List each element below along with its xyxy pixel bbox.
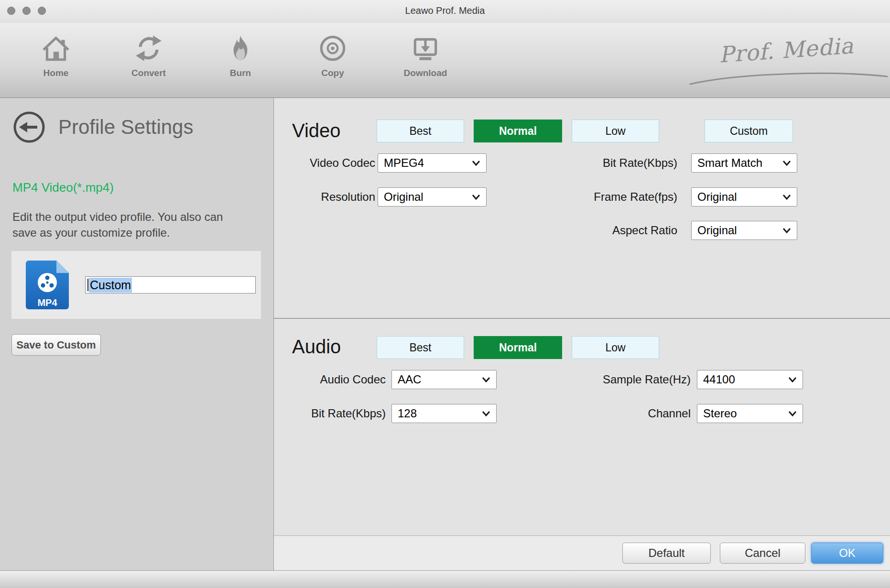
video-quality-best-button[interactable]: Best — [377, 120, 464, 142]
video-codec-select[interactable]: MPEG4 — [378, 153, 487, 173]
toolbar-item-burn[interactable]: Burn — [211, 33, 270, 78]
profile-name-input[interactable]: Custom — [85, 276, 256, 294]
chevron-down-icon — [788, 377, 797, 382]
profile-description-line2: save as your customize profile. — [12, 225, 223, 240]
video-bitrate-value: Smart Match — [697, 156, 762, 170]
main-toolbar: Home Convert Burn — [0, 23, 890, 98]
sample-rate-value: 44100 — [703, 373, 735, 386]
frame-rate-label: Frame Rate(fps) — [542, 187, 677, 207]
aspect-ratio-value: Original — [697, 224, 737, 237]
profile-card: MP4 Custom — [11, 251, 261, 319]
sidebar-header: Profile Settings — [12, 110, 193, 144]
frame-rate-value: Original — [697, 190, 737, 204]
channel-label: Channel — [542, 404, 691, 423]
page-title: Profile Settings — [58, 116, 193, 139]
profile-description-line1: Edit the output video profile. You also … — [12, 209, 223, 225]
action-bar: Default Cancel OK — [274, 535, 890, 570]
convert-icon — [134, 33, 163, 65]
section-divider — [274, 318, 890, 319]
default-button[interactable]: Default — [622, 543, 711, 564]
ok-button[interactable]: OK — [811, 543, 883, 564]
audio-quality-normal-button[interactable]: Normal — [474, 336, 562, 359]
toolbar-item-convert[interactable]: Convert — [119, 33, 178, 78]
disc-icon — [318, 33, 347, 65]
back-button[interactable] — [12, 110, 46, 144]
chevron-down-icon — [782, 228, 791, 233]
chevron-down-icon — [482, 377, 490, 382]
video-codec-label: Video Codec — [274, 153, 375, 173]
audio-bitrate-select[interactable]: 128 — [391, 404, 497, 423]
video-bitrate-select[interactable]: Smart Match — [691, 153, 797, 173]
audio-bitrate-label: Bit Rate(Kbps) — [274, 404, 386, 423]
profile-description: Edit the output video profile. You also … — [12, 209, 223, 240]
profile-name-input-value: Custom — [89, 278, 132, 293]
chevron-down-icon — [472, 160, 480, 166]
toolbar-item-copy[interactable]: Copy — [303, 33, 362, 78]
sample-rate-label: Sample Rate(Hz) — [542, 370, 691, 389]
chevron-down-icon — [782, 160, 791, 166]
brand-logo: Prof. Media — [695, 31, 878, 69]
app-window: Leawo Prof. Media Home — [0, 0, 890, 588]
window-bottom-strip — [0, 570, 890, 588]
toolbar-label-home: Home — [43, 68, 69, 78]
channel-select[interactable]: Stereo — [697, 404, 803, 423]
burn-icon — [226, 33, 255, 65]
chevron-down-icon — [788, 411, 797, 416]
video-quality-custom-button[interactable]: Custom — [705, 120, 793, 142]
toolbar-item-download[interactable]: Download — [396, 33, 455, 78]
audio-quality-low-button[interactable]: Low — [572, 336, 659, 359]
resolution-value: Original — [384, 190, 423, 204]
audio-codec-select[interactable]: AAC — [391, 370, 497, 389]
format-badge: MP4 — [37, 297, 57, 308]
download-icon — [411, 33, 440, 65]
toolbar-label-copy: Copy — [321, 68, 344, 78]
audio-codec-value: AAC — [398, 373, 421, 386]
audio-bitrate-value: 128 — [398, 407, 417, 420]
audio-codec-label: Audio Codec — [274, 370, 386, 389]
video-quality-normal-button[interactable]: Normal — [474, 120, 562, 142]
video-section-heading: Video — [292, 120, 341, 142]
toolbar-item-home[interactable]: Home — [26, 33, 86, 78]
chevron-down-icon — [482, 411, 490, 416]
resolution-label: Resolution — [274, 187, 375, 207]
home-icon — [41, 33, 71, 65]
toolbar-label-download: Download — [404, 68, 447, 78]
toolbar-label-convert: Convert — [131, 68, 166, 78]
resolution-select[interactable]: Original — [378, 187, 487, 207]
video-codec-value: MPEG4 — [384, 156, 424, 170]
sample-rate-select[interactable]: 44100 — [697, 370, 803, 389]
chevron-down-icon — [782, 194, 791, 200]
video-bitrate-label: Bit Rate(Kbps) — [542, 153, 677, 173]
brand-underline-flourish — [688, 70, 889, 89]
settings-content: Video Best Normal Low Custom Video Codec… — [274, 98, 890, 570]
profile-format-name: MP4 Video(*.mp4) — [12, 180, 114, 195]
profile-settings-sidebar: Profile Settings MP4 Video(*.mp4) Edit t… — [0, 98, 274, 570]
audio-section-heading: Audio — [292, 336, 341, 358]
cancel-button[interactable]: Cancel — [720, 543, 805, 564]
aspect-ratio-label: Aspect Ratio — [542, 221, 677, 240]
toolbar-label-burn: Burn — [230, 68, 251, 78]
aspect-ratio-select[interactable]: Original — [691, 221, 797, 240]
mp4-file-icon: MP4 — [25, 260, 70, 310]
text-caret — [87, 279, 88, 291]
title-bar: Leawo Prof. Media — [0, 0, 890, 23]
chevron-down-icon — [472, 194, 480, 200]
frame-rate-select[interactable]: Original — [691, 187, 797, 207]
video-quality-low-button[interactable]: Low — [572, 120, 659, 142]
audio-quality-best-button[interactable]: Best — [377, 336, 464, 359]
channel-value: Stereo — [703, 407, 737, 420]
window-title: Leawo Prof. Media — [0, 5, 890, 16]
save-to-custom-button[interactable]: Save to Custom — [11, 334, 101, 356]
